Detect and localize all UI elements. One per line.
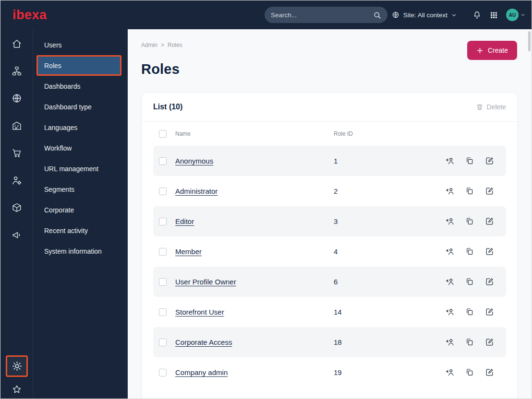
sidebar-item[interactable]: System information xyxy=(36,241,121,261)
role-name-link[interactable]: Anonymous xyxy=(175,157,334,165)
breadcrumb-item-admin[interactable]: Admin xyxy=(141,42,157,48)
assign-users-button[interactable] xyxy=(445,277,454,286)
customer-settings-icon[interactable] xyxy=(12,175,22,186)
assign-users-button[interactable] xyxy=(445,156,454,165)
chevron-down-icon xyxy=(451,12,457,18)
content-tree-icon[interactable] xyxy=(12,66,22,76)
role-id-value: 4 xyxy=(334,247,439,256)
site-context-selector[interactable]: Site: All context xyxy=(392,11,457,19)
copy-button[interactable] xyxy=(465,247,474,256)
notifications-bell-button[interactable] xyxy=(472,11,482,20)
commerce-cart-icon[interactable] xyxy=(12,148,22,158)
assign-users-button[interactable] xyxy=(445,307,454,317)
search-icon[interactable] xyxy=(373,11,381,19)
table-row: Editor 3 xyxy=(153,206,506,236)
assign-users-button[interactable] xyxy=(445,217,454,226)
sidebar-item[interactable]: Dashboard type xyxy=(36,96,121,117)
breadcrumb: Admin > Roles xyxy=(141,42,518,48)
role-name-link[interactable]: Storefront User xyxy=(175,308,334,316)
edit-button[interactable] xyxy=(485,277,494,286)
row-checkbox[interactable] xyxy=(159,188,167,195)
site-globe-icon[interactable] xyxy=(12,93,22,104)
role-name-link[interactable]: Corporate Access xyxy=(175,338,334,346)
sidebar-item[interactable]: URL management xyxy=(36,158,121,179)
edit-button[interactable] xyxy=(485,156,494,165)
sidebar-item-label: Dashboard type xyxy=(44,103,92,111)
edit-button[interactable] xyxy=(485,307,494,317)
role-id-value: 2 xyxy=(334,187,439,195)
admin-menu: Users Roles Dashboards Dashboard type La… xyxy=(33,35,128,261)
select-all-checkbox[interactable] xyxy=(159,130,167,138)
sidebar-item-label: Roles xyxy=(44,62,61,70)
row-checkbox[interactable] xyxy=(159,248,167,256)
create-button-label: Create xyxy=(488,47,508,54)
sidebar-item-label: Corporate xyxy=(44,206,74,214)
main-menu-rail xyxy=(0,29,33,399)
role-id-value: 19 xyxy=(334,368,439,376)
sidebar-item[interactable]: Recent activity xyxy=(36,220,121,241)
role-name-link[interactable]: User Profile Owner xyxy=(175,278,334,286)
table-row: Anonymous 1 xyxy=(153,146,506,176)
sidebar-item-label: Recent activity xyxy=(44,227,88,235)
roles-list-card: List (10) Delete Name Role ID xyxy=(141,92,518,399)
edit-button[interactable] xyxy=(485,338,494,347)
copy-button[interactable] xyxy=(465,217,474,226)
site-context-label: Site: All context xyxy=(403,12,447,19)
scrollbar-thumb[interactable] xyxy=(528,31,531,51)
user-menu[interactable]: AU xyxy=(506,9,525,21)
search-bar[interactable] xyxy=(265,7,387,23)
edit-button[interactable] xyxy=(485,217,494,226)
assign-users-button[interactable] xyxy=(445,368,454,377)
delete-button[interactable]: Delete xyxy=(476,103,506,111)
copy-button[interactable] xyxy=(465,187,474,196)
row-checkbox[interactable] xyxy=(159,278,167,286)
column-header-role-id: Role ID xyxy=(334,130,439,137)
product-catalog-icon[interactable] xyxy=(12,202,22,213)
edit-button[interactable] xyxy=(485,368,494,377)
sidebar-item[interactable]: Roles xyxy=(36,55,121,76)
role-name-link[interactable]: Administrator xyxy=(175,187,334,195)
copy-button[interactable] xyxy=(465,307,474,317)
home-icon[interactable] xyxy=(12,38,22,49)
edit-button[interactable] xyxy=(485,187,494,196)
main-content: Admin > Roles Create Roles List (10) Del… xyxy=(128,29,532,399)
role-name-link[interactable]: Company admin xyxy=(175,368,334,376)
avatar[interactable]: AU xyxy=(506,9,519,21)
row-checkbox[interactable] xyxy=(159,157,167,165)
marketing-megaphone-icon[interactable] xyxy=(12,230,22,240)
copy-button[interactable] xyxy=(465,156,474,165)
table-row: Administrator 2 xyxy=(153,176,506,206)
sidebar-item-label: Workflow xyxy=(44,144,72,152)
sidebar-item[interactable]: Dashboards xyxy=(36,76,121,96)
create-button[interactable]: Create xyxy=(467,41,517,60)
bookmarks-star-icon[interactable] xyxy=(12,384,22,395)
roles-table: Name Role ID Anonymous 1 xyxy=(142,122,518,387)
role-name-link[interactable]: Member xyxy=(175,247,334,256)
assign-users-button[interactable] xyxy=(445,187,454,196)
row-checkbox[interactable] xyxy=(159,369,167,376)
role-id-value: 14 xyxy=(334,308,439,316)
sidebar-item[interactable]: Segments xyxy=(36,179,121,200)
assign-users-button[interactable] xyxy=(445,247,454,256)
assign-users-button[interactable] xyxy=(445,338,454,347)
apps-grid-button[interactable] xyxy=(490,11,498,19)
sidebar-item-label: Segments xyxy=(44,186,74,193)
row-checkbox[interactable] xyxy=(159,339,167,346)
search-input[interactable] xyxy=(271,12,373,19)
row-actions xyxy=(439,187,506,196)
company-building-icon[interactable] xyxy=(12,120,22,131)
sidebar-item[interactable]: Corporate xyxy=(36,200,121,220)
copy-button[interactable] xyxy=(465,338,474,347)
sidebar-item-label: URL management xyxy=(44,165,98,173)
sidebar-item[interactable]: Languages xyxy=(36,117,121,138)
copy-button[interactable] xyxy=(465,277,474,286)
sidebar-item[interactable]: Users xyxy=(36,35,121,55)
edit-button[interactable] xyxy=(485,247,494,256)
role-name-link[interactable]: Editor xyxy=(175,217,334,225)
row-checkbox[interactable] xyxy=(159,308,167,316)
sidebar-item[interactable]: Workflow xyxy=(36,138,121,158)
row-checkbox[interactable] xyxy=(159,218,167,225)
admin-settings-button[interactable] xyxy=(6,355,28,377)
row-actions xyxy=(439,307,506,317)
copy-button[interactable] xyxy=(465,368,474,377)
